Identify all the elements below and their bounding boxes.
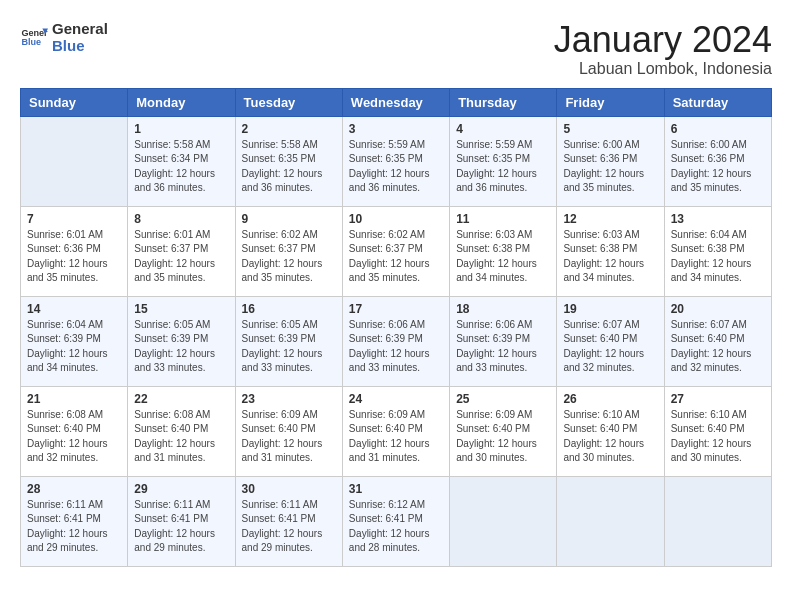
day-info: Sunrise: 6:02 AM Sunset: 6:37 PM Dayligh…: [349, 228, 443, 286]
calendar-cell: 28Sunrise: 6:11 AM Sunset: 6:41 PM Dayli…: [21, 476, 128, 566]
calendar-cell: 7Sunrise: 6:01 AM Sunset: 6:36 PM Daylig…: [21, 206, 128, 296]
logo-blue: Blue: [52, 37, 108, 54]
calendar-header-row: SundayMondayTuesdayWednesdayThursdayFrid…: [21, 88, 772, 116]
calendar-cell: 1Sunrise: 5:58 AM Sunset: 6:34 PM Daylig…: [128, 116, 235, 206]
calendar-cell: 24Sunrise: 6:09 AM Sunset: 6:40 PM Dayli…: [342, 386, 449, 476]
day-info: Sunrise: 6:11 AM Sunset: 6:41 PM Dayligh…: [27, 498, 121, 556]
day-info: Sunrise: 6:08 AM Sunset: 6:40 PM Dayligh…: [134, 408, 228, 466]
calendar-cell: 23Sunrise: 6:09 AM Sunset: 6:40 PM Dayli…: [235, 386, 342, 476]
header-monday: Monday: [128, 88, 235, 116]
day-number: 10: [349, 212, 443, 226]
calendar-cell: 29Sunrise: 6:11 AM Sunset: 6:41 PM Dayli…: [128, 476, 235, 566]
calendar-cell: 31Sunrise: 6:12 AM Sunset: 6:41 PM Dayli…: [342, 476, 449, 566]
day-number: 3: [349, 122, 443, 136]
page-header: General Blue General Blue January 2024 L…: [20, 20, 772, 78]
calendar-cell: 17Sunrise: 6:06 AM Sunset: 6:39 PM Dayli…: [342, 296, 449, 386]
calendar-cell: 20Sunrise: 6:07 AM Sunset: 6:40 PM Dayli…: [664, 296, 771, 386]
day-info: Sunrise: 6:09 AM Sunset: 6:40 PM Dayligh…: [242, 408, 336, 466]
header-sunday: Sunday: [21, 88, 128, 116]
day-info: Sunrise: 6:11 AM Sunset: 6:41 PM Dayligh…: [134, 498, 228, 556]
day-number: 14: [27, 302, 121, 316]
day-number: 11: [456, 212, 550, 226]
calendar-cell: 27Sunrise: 6:10 AM Sunset: 6:40 PM Dayli…: [664, 386, 771, 476]
day-info: Sunrise: 6:04 AM Sunset: 6:38 PM Dayligh…: [671, 228, 765, 286]
day-info: Sunrise: 6:00 AM Sunset: 6:36 PM Dayligh…: [671, 138, 765, 196]
day-info: Sunrise: 5:59 AM Sunset: 6:35 PM Dayligh…: [456, 138, 550, 196]
calendar-cell: 3Sunrise: 5:59 AM Sunset: 6:35 PM Daylig…: [342, 116, 449, 206]
day-number: 8: [134, 212, 228, 226]
day-info: Sunrise: 6:07 AM Sunset: 6:40 PM Dayligh…: [563, 318, 657, 376]
day-info: Sunrise: 6:03 AM Sunset: 6:38 PM Dayligh…: [563, 228, 657, 286]
day-number: 16: [242, 302, 336, 316]
day-number: 27: [671, 392, 765, 406]
day-info: Sunrise: 6:05 AM Sunset: 6:39 PM Dayligh…: [242, 318, 336, 376]
calendar-cell: 15Sunrise: 6:05 AM Sunset: 6:39 PM Dayli…: [128, 296, 235, 386]
day-info: Sunrise: 5:59 AM Sunset: 6:35 PM Dayligh…: [349, 138, 443, 196]
calendar-cell: 30Sunrise: 6:11 AM Sunset: 6:41 PM Dayli…: [235, 476, 342, 566]
calendar-cell: 14Sunrise: 6:04 AM Sunset: 6:39 PM Dayli…: [21, 296, 128, 386]
header-friday: Friday: [557, 88, 664, 116]
title-block: January 2024 Labuan Lombok, Indonesia: [554, 20, 772, 78]
day-number: 7: [27, 212, 121, 226]
day-number: 5: [563, 122, 657, 136]
day-number: 26: [563, 392, 657, 406]
week-row-1: 7Sunrise: 6:01 AM Sunset: 6:36 PM Daylig…: [21, 206, 772, 296]
day-number: 6: [671, 122, 765, 136]
logo-general: General: [52, 20, 108, 37]
calendar-cell: 11Sunrise: 6:03 AM Sunset: 6:38 PM Dayli…: [450, 206, 557, 296]
calendar-table: SundayMondayTuesdayWednesdayThursdayFrid…: [20, 88, 772, 567]
day-info: Sunrise: 6:04 AM Sunset: 6:39 PM Dayligh…: [27, 318, 121, 376]
calendar-cell: 6Sunrise: 6:00 AM Sunset: 6:36 PM Daylig…: [664, 116, 771, 206]
day-number: 9: [242, 212, 336, 226]
calendar-cell: 13Sunrise: 6:04 AM Sunset: 6:38 PM Dayli…: [664, 206, 771, 296]
day-number: 21: [27, 392, 121, 406]
calendar-cell: 25Sunrise: 6:09 AM Sunset: 6:40 PM Dayli…: [450, 386, 557, 476]
calendar-cell: 22Sunrise: 6:08 AM Sunset: 6:40 PM Dayli…: [128, 386, 235, 476]
header-thursday: Thursday: [450, 88, 557, 116]
day-number: 31: [349, 482, 443, 496]
calendar-cell: 26Sunrise: 6:10 AM Sunset: 6:40 PM Dayli…: [557, 386, 664, 476]
day-info: Sunrise: 6:01 AM Sunset: 6:37 PM Dayligh…: [134, 228, 228, 286]
calendar-cell: 16Sunrise: 6:05 AM Sunset: 6:39 PM Dayli…: [235, 296, 342, 386]
day-number: 17: [349, 302, 443, 316]
day-number: 1: [134, 122, 228, 136]
location: Labuan Lombok, Indonesia: [554, 60, 772, 78]
day-number: 2: [242, 122, 336, 136]
calendar-cell: 21Sunrise: 6:08 AM Sunset: 6:40 PM Dayli…: [21, 386, 128, 476]
calendar-cell: 18Sunrise: 6:06 AM Sunset: 6:39 PM Dayli…: [450, 296, 557, 386]
day-info: Sunrise: 6:09 AM Sunset: 6:40 PM Dayligh…: [456, 408, 550, 466]
day-info: Sunrise: 6:07 AM Sunset: 6:40 PM Dayligh…: [671, 318, 765, 376]
week-row-4: 28Sunrise: 6:11 AM Sunset: 6:41 PM Dayli…: [21, 476, 772, 566]
day-info: Sunrise: 6:02 AM Sunset: 6:37 PM Dayligh…: [242, 228, 336, 286]
day-info: Sunrise: 6:05 AM Sunset: 6:39 PM Dayligh…: [134, 318, 228, 376]
calendar-cell: 12Sunrise: 6:03 AM Sunset: 6:38 PM Dayli…: [557, 206, 664, 296]
day-number: 23: [242, 392, 336, 406]
logo-icon: General Blue: [20, 23, 48, 51]
calendar-cell: 19Sunrise: 6:07 AM Sunset: 6:40 PM Dayli…: [557, 296, 664, 386]
day-number: 18: [456, 302, 550, 316]
calendar-cell: [664, 476, 771, 566]
calendar-cell: [450, 476, 557, 566]
day-info: Sunrise: 6:09 AM Sunset: 6:40 PM Dayligh…: [349, 408, 443, 466]
calendar-body: 1Sunrise: 5:58 AM Sunset: 6:34 PM Daylig…: [21, 116, 772, 566]
day-number: 13: [671, 212, 765, 226]
day-info: Sunrise: 6:06 AM Sunset: 6:39 PM Dayligh…: [456, 318, 550, 376]
calendar-cell: [557, 476, 664, 566]
day-info: Sunrise: 6:06 AM Sunset: 6:39 PM Dayligh…: [349, 318, 443, 376]
week-row-3: 21Sunrise: 6:08 AM Sunset: 6:40 PM Dayli…: [21, 386, 772, 476]
day-info: Sunrise: 6:00 AM Sunset: 6:36 PM Dayligh…: [563, 138, 657, 196]
month-year: January 2024: [554, 20, 772, 60]
day-number: 12: [563, 212, 657, 226]
calendar-cell: 9Sunrise: 6:02 AM Sunset: 6:37 PM Daylig…: [235, 206, 342, 296]
header-wednesday: Wednesday: [342, 88, 449, 116]
day-info: Sunrise: 5:58 AM Sunset: 6:35 PM Dayligh…: [242, 138, 336, 196]
day-number: 22: [134, 392, 228, 406]
svg-text:Blue: Blue: [21, 37, 41, 47]
week-row-2: 14Sunrise: 6:04 AM Sunset: 6:39 PM Dayli…: [21, 296, 772, 386]
calendar-cell: 2Sunrise: 5:58 AM Sunset: 6:35 PM Daylig…: [235, 116, 342, 206]
calendar-cell: [21, 116, 128, 206]
day-info: Sunrise: 6:11 AM Sunset: 6:41 PM Dayligh…: [242, 498, 336, 556]
logo: General Blue General Blue: [20, 20, 108, 54]
calendar-cell: 8Sunrise: 6:01 AM Sunset: 6:37 PM Daylig…: [128, 206, 235, 296]
day-number: 4: [456, 122, 550, 136]
